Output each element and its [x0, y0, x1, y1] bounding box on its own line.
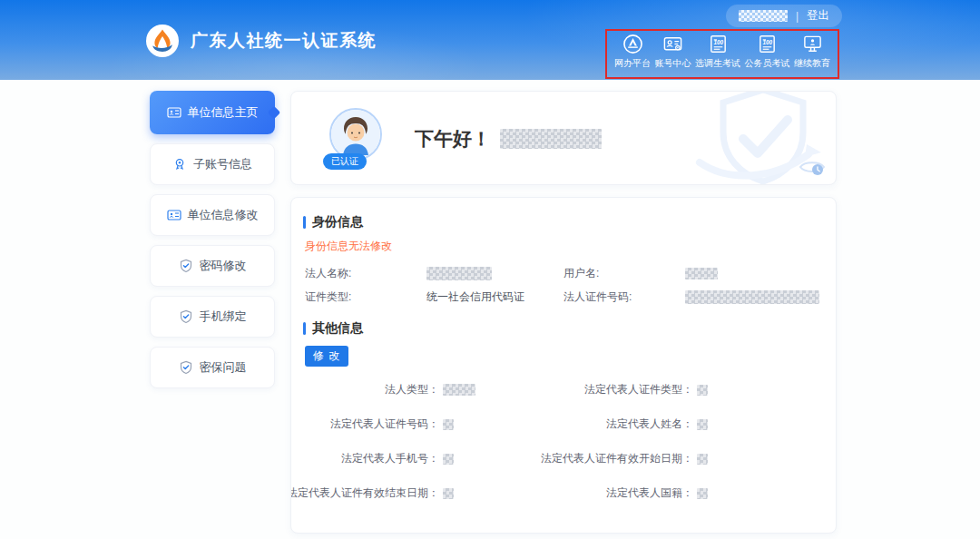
sidebar-item[interactable]: 子账号信息 [150, 143, 275, 185]
field-value [697, 488, 708, 499]
other-field: 法定代表人国籍： [557, 485, 824, 501]
user-display-name-masked [500, 129, 602, 149]
field-label: 证件类型: [305, 289, 426, 305]
exam-100-icon: 100 [757, 33, 778, 54]
quick-links: 网办平台 账号中心 100 选调生考试 100 公务员考试 [609, 33, 836, 76]
field-value [697, 419, 708, 430]
field-value [685, 268, 718, 279]
emblem-icon [145, 24, 180, 58]
sidebar-item-label: 单位信息修改 [188, 207, 259, 223]
header: 广东人社统一认证系统 | 登出 网办平台 账号中心 100 [0, 0, 980, 80]
sidebar-item-label: 密码修改 [200, 258, 247, 274]
other-field: 法定代表人姓名： [557, 416, 824, 432]
identity-section-title: 身份信息 [312, 214, 363, 230]
other-field: 法定代表人手机号： [303, 451, 557, 466]
field-value [685, 290, 819, 304]
avatar: 已认证 [329, 108, 386, 172]
field-label: 法定代表人姓名： [606, 416, 693, 432]
field-label: 法定代表人证件类型： [584, 382, 693, 397]
eye-clock-icon [798, 157, 827, 181]
user-bar: | 登出 [726, 5, 842, 27]
quick-link-label: 选调生考试 [695, 57, 740, 70]
quick-link[interactable]: 账号中心 [655, 33, 691, 76]
sidebar-item[interactable]: 单位信息主页 [150, 91, 275, 134]
section-bar [303, 322, 306, 335]
field-value: 统一社会信用代码证 [426, 289, 524, 305]
field-value [443, 488, 454, 499]
sidebar: 单位信息主页 子账号信息 单位信息修改 密码修改 [150, 91, 275, 397]
other-section-title: 其他信息 [312, 320, 363, 337]
main-content: 已认证 下午好！ 身份信息 身份信息无法修改 法人名称: [290, 91, 837, 534]
badge-icon [172, 157, 187, 172]
sidebar-item[interactable]: 密保问题 [150, 347, 275, 388]
quick-link-label: 公务员考试 [745, 57, 790, 70]
field-label: 法定代表人手机号： [341, 451, 439, 466]
field-label: 法定代表人证件有效开始日期： [541, 451, 693, 466]
sidebar-item[interactable]: 单位信息修改 [150, 194, 275, 236]
identity-section-header: 身份信息 [303, 214, 824, 230]
other-field: 法人类型： [303, 382, 557, 397]
quick-link[interactable]: 继续教育 [794, 33, 830, 76]
svg-text:100: 100 [713, 39, 723, 45]
field-value [697, 385, 708, 396]
identity-field: 法人证件号码: [564, 289, 824, 305]
field-value [443, 419, 454, 430]
sidebar-item-label: 子账号信息 [193, 156, 252, 172]
field-label: 法定代表人证件有效结束日期： [290, 485, 439, 501]
field-value [426, 267, 492, 280]
identity-fields: 法人名称: 用户名: 证件类型: 统一社会信用代码证 法人证件号码 [305, 266, 824, 305]
other-field: 法定代表人证件有效开始日期： [557, 451, 824, 466]
greeting-card: 已认证 下午好！ [290, 91, 837, 185]
greeting-text: 下午好！ [415, 126, 491, 152]
quick-link-label: 继续教育 [794, 57, 830, 70]
portal-icon [622, 33, 643, 54]
identity-field: 证件类型: 统一社会信用代码证 [305, 289, 564, 305]
quick-link[interactable]: 100 选调生考试 [695, 33, 740, 76]
other-field: 法定代表人证件号码： [303, 416, 557, 432]
field-label: 法人类型： [385, 382, 439, 397]
active-arrow [268, 106, 280, 119]
page: 广东人社统一认证系统 | 登出 网办平台 账号中心 100 [0, 0, 980, 539]
shield-check-icon [179, 309, 193, 324]
field-value [443, 454, 454, 465]
brand: 广东人社统一认证系统 [145, 24, 377, 58]
education-icon [802, 33, 823, 54]
field-label: 法定代表人证件号码： [330, 416, 439, 432]
idcard-icon [167, 105, 181, 120]
field-label: 法人名称: [305, 266, 426, 281]
other-section-header: 其他信息 [303, 320, 824, 337]
info-card: 身份信息 身份信息无法修改 法人名称: 用户名: 证件类 [290, 197, 837, 534]
edit-button[interactable]: 修 改 [305, 346, 348, 367]
field-value [697, 454, 708, 465]
other-field: 法定代表人证件类型： [557, 382, 824, 397]
greeting-line: 下午好！ [415, 126, 602, 152]
quick-link-label: 网办平台 [614, 57, 651, 70]
sidebar-item-label: 密保问题 [200, 359, 247, 376]
app-title: 广东人社统一认证系统 [191, 29, 377, 53]
sidebar-item-label: 单位信息主页 [188, 104, 259, 121]
user-bar-separator: | [796, 10, 799, 23]
shield-check-icon [179, 360, 193, 375]
shield-check-icon [179, 259, 193, 273]
verified-badge: 已认证 [323, 153, 367, 170]
account-center-icon [662, 33, 683, 54]
quick-link-label: 账号中心 [655, 57, 691, 70]
sidebar-item-label: 手机绑定 [200, 309, 247, 325]
field-label: 法定代表人国籍： [606, 485, 693, 501]
quick-link[interactable]: 100 公务员考试 [745, 33, 790, 76]
sidebar-item[interactable]: 密码修改 [150, 245, 275, 287]
section-bar [303, 216, 306, 229]
field-label: 法人证件号码: [564, 289, 685, 305]
field-label: 用户名: [564, 266, 685, 281]
exam-100-icon: 100 [708, 33, 729, 54]
identity-field: 法人名称: [305, 266, 564, 281]
username-masked [739, 10, 788, 22]
sidebar-item[interactable]: 手机绑定 [150, 296, 275, 338]
other-field: 法定代表人证件有效结束日期： [303, 485, 557, 501]
identity-field: 用户名: [564, 266, 824, 281]
idcard-icon [167, 208, 181, 222]
other-fields: 法人类型： 法定代表人证件类型： 法定代表人证件号码： 法定代表 [303, 382, 824, 501]
logout-button[interactable]: 登出 [807, 8, 829, 24]
quick-link[interactable]: 网办平台 [614, 33, 651, 76]
identity-notice: 身份信息无法修改 [305, 239, 824, 254]
